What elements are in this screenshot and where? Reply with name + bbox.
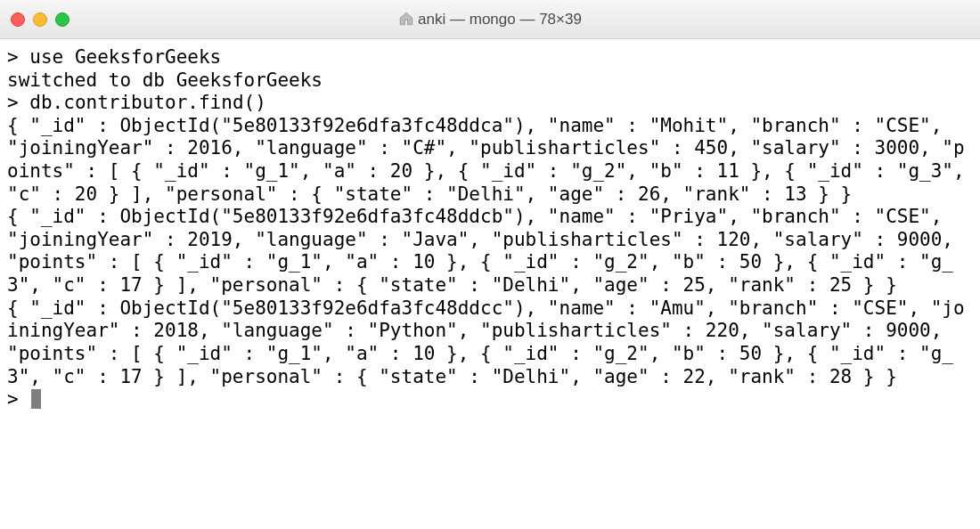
command-text: db.contributor.find(): [29, 92, 266, 113]
window-title: anki — mongo — 78×39: [0, 11, 980, 28]
cursor-icon: [31, 389, 41, 409]
minimize-icon[interactable]: [33, 12, 47, 27]
title-text: anki — mongo — 78×39: [418, 11, 582, 28]
output-line: switched to db GeeksforGeeks: [7, 69, 323, 91]
prompt-line: >: [7, 388, 41, 410]
home-icon: [398, 11, 414, 27]
output-line: { "_id" : ObjectId("5e80133f92e6dfa3fc48…: [7, 297, 965, 387]
command-text: use GeeksforGeeks: [29, 46, 221, 68]
prompt-symbol: >: [7, 92, 19, 113]
prompt-line: > use GeeksforGeeks: [7, 46, 221, 68]
prompt-line: > db.contributor.find(): [7, 92, 266, 113]
traffic-lights: [11, 12, 69, 27]
window-titlebar: anki — mongo — 78×39: [0, 0, 980, 39]
output-line: { "_id" : ObjectId("5e80133f92e6dfa3fc48…: [7, 206, 965, 296]
output-line: { "_id" : ObjectId("5e80133f92e6dfa3fc48…: [7, 115, 976, 205]
zoom-icon[interactable]: [55, 12, 69, 27]
prompt-symbol: >: [7, 388, 19, 410]
prompt-symbol: >: [7, 46, 19, 68]
terminal-body[interactable]: > use GeeksforGeeks switched to db Geeks…: [0, 39, 980, 411]
close-icon[interactable]: [11, 12, 25, 27]
